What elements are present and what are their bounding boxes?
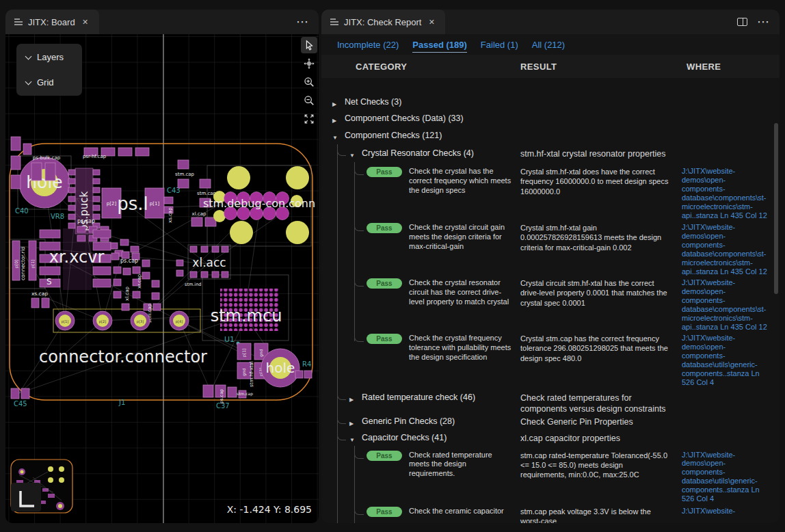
where-link[interactable]: J:\JITX\website-	[682, 507, 780, 524]
filter-failed[interactable]: Failed (1)	[481, 40, 518, 52]
board-component-xr-xcvr[interactable]: xr.xcvr S	[40, 228, 111, 290]
status-badge: Pass	[367, 507, 402, 517]
chevron-right-icon[interactable]	[349, 394, 356, 403]
column-header-where: WHERE	[682, 62, 780, 72]
fit-view-button[interactable]	[301, 111, 317, 127]
pan-tool-button[interactable]	[301, 55, 317, 72]
cursor-coordinates: X: -1.424 Y: 8.695	[227, 504, 312, 515]
svg-text:stm.cap: stm.cap	[237, 391, 253, 397]
filter-all[interactable]: All (212)	[532, 40, 565, 52]
check-row[interactable]: Pass Check rated temperature meets the d…	[321, 451, 780, 505]
svg-text:ps.cap: ps.cap	[219, 389, 224, 403]
chevron-right-icon[interactable]	[332, 115, 339, 124]
svg-text:hole: hole	[266, 360, 295, 376]
chevron-right-icon[interactable]	[332, 98, 339, 108]
list-icon	[330, 18, 339, 26]
close-icon[interactable]	[80, 16, 91, 27]
svg-text:xl.acc: xl.acc	[192, 256, 226, 269]
svg-text:C45: C45	[14, 400, 27, 408]
svg-text:VR8: VR8	[51, 213, 64, 220]
split-editor-icon[interactable]	[737, 18, 747, 26]
tree-group-row[interactable]: Rated temperature check (46) Check rated…	[321, 393, 780, 415]
svg-text:stm.cap: stm.cap	[197, 191, 217, 196]
where-link[interactable]: J:\JITX\website-demos\open-components-da…	[682, 334, 780, 388]
tree-group-row[interactable]: Crystal Resonator Checks (4) stm.hf-xtal…	[321, 148, 780, 162]
svg-text:C40: C40	[15, 207, 29, 215]
check-row[interactable]: Pass Check the ceramic capacitor stm.cap…	[321, 507, 780, 524]
svg-text:p[1]: p[1]	[30, 260, 36, 268]
tree-group-row[interactable]: Capacitor Checks (41) xl.cap capacitor p…	[321, 433, 780, 447]
layers-toggle[interactable]: Layers	[26, 52, 72, 62]
chevron-down-icon	[25, 53, 32, 59]
board-tabbar: JITX: Board	[5, 10, 319, 34]
where-link[interactable]: J:\JITX\website-demos\open-components-da…	[682, 451, 780, 505]
svg-text:xs.cap: xs.cap	[31, 291, 48, 297]
tab-title: JITX: Board	[28, 17, 75, 27]
svg-text:p[1]: p[1]	[150, 201, 160, 207]
tree-group-row[interactable]: Net Checks (3)	[321, 97, 780, 111]
chevron-down-icon[interactable]	[349, 434, 356, 444]
close-icon[interactable]	[426, 16, 437, 27]
grid-toggle[interactable]: Grid	[26, 77, 72, 88]
check-row[interactable]: Pass Check the crystal resonator circuit…	[321, 278, 780, 332]
where-link[interactable]: J:\JITX\website-demos\open-components-da…	[682, 278, 780, 332]
board-toolbar	[301, 37, 317, 127]
check-tree: Net Checks (3) Component Checks (Data) (…	[321, 78, 780, 523]
zoom-out-button[interactable]	[301, 92, 317, 109]
svg-text:p[2]: p[2]	[107, 201, 117, 207]
svg-text:psr-hf.cap: psr-hf.cap	[83, 154, 107, 159]
board-canvas[interactable]: hole psr-hf.cap	[5, 34, 319, 523]
svg-text:xr.xcvr: xr.xcvr	[49, 248, 105, 267]
zoom-in-button[interactable]	[301, 74, 317, 90]
svg-text:ps.l: ps.l	[117, 194, 148, 214]
svg-text:stm.hf-xtal: stm.hf-xtal	[249, 361, 254, 387]
tree-group-row[interactable]: Generic Pin Checks (28) Check Generic Pi…	[321, 416, 780, 430]
list-icon	[14, 18, 23, 26]
board-label-connector[interactable]: connector.connector	[39, 347, 207, 367]
tab-jitx-check-report[interactable]: JITX: Check Report	[321, 10, 445, 34]
check-row[interactable]: Pass Check the crystal frequency toleran…	[321, 334, 780, 388]
filter-passed[interactable]: Passed (189)	[412, 40, 467, 53]
svg-text:ps.cap: ps.cap	[120, 258, 138, 264]
svg-text:xl.cap: xl.cap	[192, 211, 207, 217]
svg-text:gnd: gnd	[258, 349, 264, 357]
svg-text:stm.ind: stm.ind	[185, 282, 201, 287]
check-row[interactable]: Pass Check the crystal circuit gain meet…	[321, 223, 780, 277]
tree-group-row[interactable]: Component Checks (Data) (33)	[321, 114, 780, 127]
tree-group-row[interactable]: Component Checks (121)	[321, 131, 780, 144]
tab-jitx-board[interactable]: JITX: Board	[5, 10, 99, 34]
board-component-hole-top[interactable]: hole	[19, 157, 70, 208]
board-minimap[interactable]	[11, 460, 72, 513]
where-link[interactable]: J:\JITX\website-demos\open-components-da…	[682, 167, 780, 221]
svg-text:p[1]: p[1]	[62, 319, 68, 324]
column-header-result: RESULT	[520, 62, 682, 72]
svg-text:p[3]: p[3]	[137, 319, 144, 324]
status-badge: Pass	[367, 167, 402, 177]
tab-title: JITX: Check Report	[344, 17, 421, 27]
svg-text:xr.cap: xr.cap	[137, 274, 142, 289]
svg-text:p[4]: p[4]	[176, 319, 183, 324]
board-component-hole-bottom[interactable]: hole	[261, 349, 300, 387]
app-window: JITX: Board	[0, 0, 785, 532]
table-header: CATEGORY RESULT WHERE	[321, 55, 780, 78]
cursor-tool-button[interactable]	[301, 37, 317, 53]
filter-incomplete[interactable]: Incomplete (22)	[337, 40, 399, 52]
chevron-down-icon[interactable]	[332, 132, 339, 142]
chevron-right-icon[interactable]	[349, 418, 356, 427]
svg-text:xl.cap: xl.cap	[124, 287, 130, 301]
chevron-down-icon[interactable]	[349, 150, 356, 159]
check-report-panel: JITX: Check Report Incomplete (22) Passe…	[321, 10, 780, 523]
status-badge: Pass	[367, 223, 402, 233]
svg-text:stm.cap: stm.cap	[175, 172, 195, 177]
svg-text:gnd: gnd	[241, 368, 247, 376]
check-row[interactable]: Pass Check the crystal has the correct f…	[321, 167, 780, 221]
svg-text:connector.rid: connector.rid	[20, 247, 26, 280]
board-panel: JITX: Board	[5, 10, 319, 523]
board-grid	[5, 34, 319, 523]
chevron-down-icon	[25, 78, 32, 85]
svg-text:ps.puck: ps.puck	[78, 191, 90, 231]
svg-text:R4: R4	[302, 360, 311, 368]
svg-text:stm.mcu: stm.mcu	[211, 306, 282, 325]
where-link[interactable]: J:\JITX\website-demos\open-components-da…	[682, 223, 780, 277]
svg-text:ps-bulk.cap: ps-bulk.cap	[33, 155, 61, 161]
